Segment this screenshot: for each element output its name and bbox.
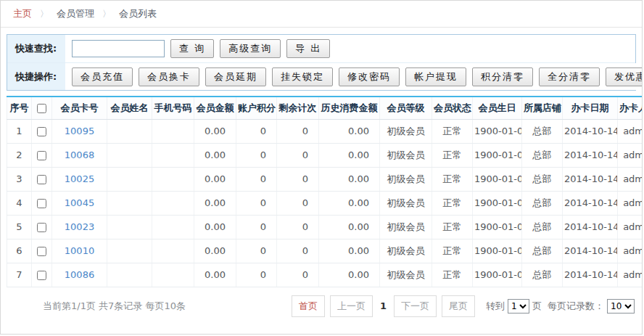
search-buttons-group: 查 询高级查询导 出 [170,39,330,58]
cell-amount: 0.00 [194,263,236,287]
cell-checkbox [32,215,52,239]
search-button[interactable]: 查 询 [170,39,214,58]
cell-checkbox [32,239,52,263]
withdraw-button[interactable]: 帐户提现 [405,67,466,86]
cell-birthday: 1900-01-01 [473,167,522,191]
change-password-button[interactable]: 修改密码 [339,67,400,86]
last-page-button[interactable]: 尾页 [442,295,475,317]
breadcrumb-item-0[interactable]: 主页 [13,8,32,19]
goto-page-group: 转到 1 页 每页记录数： 10 [486,299,635,314]
member-card-link[interactable]: 10010 [65,245,94,256]
table-row: 7100860.00000.00初级会员正常1900-01-01总部2014-1… [7,263,643,287]
cell-name [107,119,152,143]
cell-birthday: 1900-01-01 [473,215,522,239]
member-card-link[interactable]: 10023 [65,221,94,232]
row-checkbox[interactable] [37,127,46,136]
cell-card-date: 2014-10-14 [563,191,618,215]
cell-name [107,263,152,287]
cell-level: 初级会员 [380,191,432,215]
member-card-link[interactable]: 10095 [65,126,94,136]
cell-operator: admin [618,191,643,215]
quick-search-row: 快速查找: 查 询高级查询导 出 [7,35,635,62]
member-card-link[interactable]: 10086 [65,269,94,280]
clear-points-button[interactable]: 积分清零 [472,67,533,86]
cell-points: 0 [236,143,277,167]
cell-times: 0 [277,143,319,167]
breadcrumb-item-1[interactable]: 会员管理 [57,8,94,19]
cell-birthday: 1900-01-01 [473,119,522,143]
per-page-select[interactable]: 10 [607,299,635,314]
recharge-button[interactable]: 会员充值 [72,67,133,86]
cell-card-date: 2014-10-14 [563,119,618,143]
first-page-button[interactable]: 首页 [292,295,325,317]
select-all-header [32,97,52,119]
lock-button[interactable]: 挂失锁定 [272,67,333,86]
breadcrumb-item-2: 会员列表 [119,8,157,19]
cell-seq: 6 [7,239,32,263]
extend-button[interactable]: 会员延期 [205,67,266,86]
goto-suffix: 页 [532,300,542,313]
quick-search-content: 查 询高级查询导 出 [65,35,635,62]
cell-status: 正常 [432,191,473,215]
cell-store: 总部 [522,215,563,239]
cell-seq: 4 [7,191,32,215]
column-header-6: 账户积分 [236,97,277,119]
cell-times: 0 [277,263,319,287]
cell-operator: admin [618,119,643,143]
row-checkbox[interactable] [37,151,46,160]
cell-card-date: 2014-10-14 [563,263,618,287]
cell-store: 总部 [522,239,563,263]
cell-times: 0 [277,239,319,263]
coupon-button[interactable]: 发优惠券 [606,67,643,86]
table-header-row: 序号会员卡号会员姓名手机号码会员金额账户积分剩余计次历史消费金额会员等级会员状态… [7,97,643,119]
next-page-button[interactable]: 下一页 [394,295,437,317]
cell-card-date: 2014-10-14 [563,143,618,167]
table-row: 1100950.00000.00初级会员正常1900-01-01总部2014-1… [7,119,643,143]
row-checkbox[interactable] [37,223,46,232]
member-card-link[interactable]: 10045 [65,197,94,208]
prev-page-button[interactable]: 上一页 [330,295,373,317]
cell-times: 0 [277,191,319,215]
column-header-5: 会员金额 [194,97,236,119]
column-header-3: 会员姓名 [107,97,152,119]
cell-amount: 0.00 [194,143,236,167]
cell-points: 0 [236,239,277,263]
cell-level: 初级会员 [380,239,432,263]
breadcrumb-separator: 〉 [40,9,49,19]
per-page-label: 每页记录数： [548,300,604,313]
quick-ops-content: 会员充值会员换卡会员延期挂失锁定修改密码帐户提现积分清零全分清零发优惠券 [65,63,643,90]
column-header-0: 序号 [7,97,32,119]
export-button[interactable]: 导 出 [286,39,330,58]
quick-search-input[interactable] [72,40,165,57]
breadcrumb: 主页〉会员管理〉会员列表 [1,1,642,28]
cell-birthday: 1900-01-01 [473,239,522,263]
cell-history-amount: 0.00 [319,215,380,239]
cell-history-amount: 0.00 [319,191,380,215]
change-card-button[interactable]: 会员换卡 [139,67,199,86]
cell-store: 总部 [522,167,563,191]
cell-times: 0 [277,119,319,143]
advanced-search-button[interactable]: 高级查询 [220,39,281,58]
row-checkbox[interactable] [37,175,46,184]
cell-birthday: 1900-01-01 [473,143,522,167]
row-checkbox[interactable] [37,247,46,256]
cell-phone [152,191,194,215]
member-card-link[interactable]: 10068 [65,149,94,160]
cell-seq: 2 [7,143,32,167]
cell-operator: admin [618,143,643,167]
clear-all-points-button[interactable]: 全分清零 [539,67,600,86]
pagination-summary: 当前第1/1页 共7条记录 每页10条 [43,300,186,313]
member-card-link[interactable]: 10025 [65,173,94,184]
cell-checkbox [32,119,52,143]
table-row: 5100230.00000.00初级会员正常1900-01-01总部2014-1… [7,215,643,239]
cell-card-date: 2014-10-14 [563,239,618,263]
select-all-checkbox[interactable] [37,104,46,113]
cell-status: 正常 [432,215,473,239]
goto-page-select[interactable]: 1 [508,299,529,314]
cell-phone [152,143,194,167]
row-checkbox[interactable] [37,271,46,280]
cell-phone [152,167,194,191]
cell-operator: admin [618,215,643,239]
row-checkbox[interactable] [37,199,46,208]
cell-history-amount: 0.00 [319,143,380,167]
